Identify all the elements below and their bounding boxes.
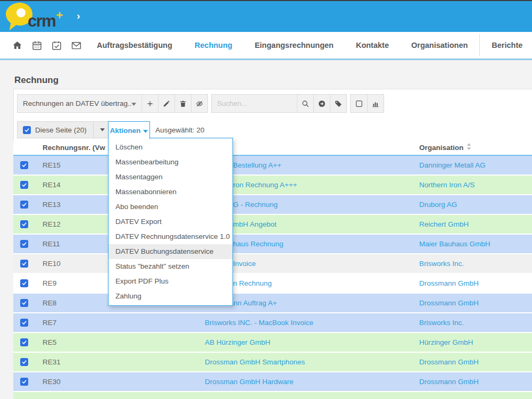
calendar-check-icon[interactable] — [51, 40, 62, 51]
sidebar-expand-chevron-icon[interactable]: › — [77, 10, 80, 22]
menu-item[interactable]: Massenabonnieren — [109, 185, 232, 200]
toggle-visibility-button[interactable] — [191, 95, 207, 112]
invoice-subject-link[interactable]: mbH Angebot — [233, 215, 277, 234]
table-row[interactable]: RE12 mbH Angebot Reichert GmbH — [13, 215, 532, 235]
row-checkbox[interactable] — [20, 279, 28, 287]
calendar-icon[interactable] — [31, 40, 43, 51]
search-field-wrap — [212, 95, 297, 112]
organisation-link[interactable]: Drossmann GmbH — [419, 294, 479, 312]
menu-item[interactable]: Löschen — [109, 140, 232, 155]
row-checkbox[interactable] — [20, 181, 28, 189]
organisation-link[interactable]: Druborg AG — [419, 195, 457, 214]
select-all-button[interactable]: Diese Seite (20) — [18, 122, 93, 138]
statistics-button[interactable] — [367, 95, 384, 112]
search-group — [211, 94, 347, 113]
home-icon[interactable] — [12, 40, 23, 51]
mail-icon[interactable] — [71, 40, 82, 51]
brand-header: crm + › — [0, 1, 532, 32]
invoice-number: RE8 — [43, 294, 56, 312]
organisation-link[interactable]: Maier Bauhaus GmbH — [419, 235, 491, 253]
delete-button[interactable] — [174, 95, 191, 112]
nav-item-0[interactable]: Auftragsbestätigung — [97, 41, 172, 49]
table-row[interactable]: RE10 Invoice Brisworks Inc. — [13, 254, 532, 274]
row-checkbox[interactable] — [20, 260, 28, 268]
table-row[interactable]: RE5 AB Hürzinger GmbH Hürzinger GmbH — [13, 333, 532, 353]
table-row[interactable]: RE31 Drossman GmbH Smartphones Drossmann… — [13, 353, 532, 372]
row-checkbox[interactable] — [20, 240, 28, 248]
menu-item[interactable]: Export PDF Plus — [109, 274, 232, 289]
add-button[interactable] — [142, 95, 158, 112]
menu-item[interactable]: DATEV Export — [109, 214, 232, 229]
row-checkbox[interactable] — [20, 378, 28, 386]
table-row[interactable]: RE8 Drossmann Auftrag A+ Drossmann GmbH — [13, 294, 532, 313]
organisation-link[interactable]: Drossmann GmbH — [419, 353, 479, 371]
invoice-subject-link[interactable]: AB Hürzinger GmbH — [205, 333, 270, 352]
nav-item-4[interactable]: Organisationen — [411, 41, 468, 49]
select-all-checkbox[interactable] — [23, 126, 31, 134]
row-checkbox[interactable] — [20, 319, 28, 327]
app-logo[interactable]: crm + — [5, 2, 63, 31]
row-checkbox[interactable] — [20, 299, 28, 307]
nav-item-2[interactable]: Eingangsrechnungen — [255, 41, 334, 49]
list-toolbar: Rechnungen an DATEV übertrag... — [17, 94, 387, 113]
table-row[interactable]: RE14 ron Rechnung A+++ Northern Iron A/S — [13, 176, 532, 195]
invoice-subject-link[interactable]: haus Rechnung — [233, 235, 284, 253]
search-input[interactable] — [212, 95, 297, 112]
checkbox-view-button[interactable] — [351, 95, 367, 112]
table-row[interactable]: RE9 n Rechnung Drossmann GmbH — [13, 274, 532, 294]
menu-item[interactable]: Status "bezahlt" setzen — [109, 259, 232, 274]
nav-item-1[interactable]: Rechnung — [195, 41, 232, 49]
invoice-subject-link[interactable]: Invoice — [233, 254, 256, 273]
page-title: Rechnung — [14, 75, 59, 86]
menu-item[interactable]: DATEV Buchungsdatenservice — [109, 244, 232, 259]
table-row[interactable]: RE30 Drossman GmbH Hardware Drossmann Gm… — [13, 372, 532, 392]
tag-button[interactable] — [330, 95, 346, 112]
invoice-number: RE31 — [43, 353, 61, 371]
table-row[interactable]: RE15 Bestellung A++ Danninger Metall AG — [13, 156, 532, 176]
search-button[interactable] — [297, 95, 313, 112]
organisation-link[interactable]: Brisworks Inc. — [419, 254, 464, 273]
nav-item-5[interactable]: Berichte — [492, 41, 522, 49]
organisation-link[interactable]: Drossmann GmbH — [419, 274, 479, 293]
row-checkbox[interactable] — [20, 201, 28, 209]
actions-button[interactable]: Aktionen — [108, 121, 150, 139]
organisation-link[interactable]: Northern Iron A/S — [419, 176, 475, 194]
menu-item[interactable]: DATEV Rechnungsdatenservice 1.0 — [109, 229, 232, 244]
table-row[interactable]: RE7 Brisworks INC. - MacBook Invoice Bri… — [13, 313, 532, 333]
column-header-invoice-number[interactable]: Rechnungsnr. (Vw — [43, 141, 105, 155]
invoice-subject-link[interactable]: Bestellung A++ — [233, 156, 281, 174]
menu-item[interactable]: Abo beenden — [109, 200, 232, 214]
invoice-subject-link[interactable]: Brisworks INC. - MacBook Invoice — [205, 313, 313, 332]
logo-text: crm — [28, 13, 55, 29]
invoice-subject-link[interactable]: G - Rechnung — [233, 195, 278, 214]
invoice-subject-link[interactable]: Drossman GmbH Smartphones — [205, 353, 305, 371]
edit-button[interactable] — [158, 95, 174, 112]
saved-filter-select[interactable]: Rechnungen an DATEV übertrag... — [18, 95, 142, 112]
invoice-number: RE12 — [43, 215, 61, 234]
row-checkbox[interactable] — [20, 220, 28, 228]
organisation-link[interactable]: Reichert GmbH — [419, 215, 469, 234]
nav-item-3[interactable]: Kontakte — [356, 41, 389, 49]
actions-menu: LöschenMassenbearbeitungMassentaggenMass… — [108, 138, 233, 306]
organisation-link[interactable]: Brisworks Inc. — [419, 313, 464, 332]
menu-item[interactable]: Massentaggen — [109, 170, 232, 185]
row-checkbox[interactable] — [20, 338, 28, 346]
table-row-partial[interactable] — [13, 392, 532, 399]
table-row[interactable]: RE13 G - Rechnung Druborg AG — [13, 195, 532, 215]
organisation-link[interactable]: Danninger Metall AG — [419, 156, 486, 174]
organisation-link[interactable]: Hürzinger GmbH — [419, 333, 473, 352]
table-body: RE15 Bestellung A++ Danninger Metall AG … — [13, 156, 532, 399]
column-header-organisation[interactable]: Organisation — [419, 141, 471, 155]
invoice-subject-link[interactable]: ron Rechnung A+++ — [233, 176, 297, 194]
invoice-subject-link[interactable]: Drossman GmbH Hardware — [205, 372, 294, 391]
sort-icon[interactable] — [467, 141, 471, 155]
row-checkbox[interactable] — [20, 161, 28, 169]
table-row[interactable]: RE11 haus Rechnung Maier Bauhaus GmbH — [13, 235, 532, 254]
menu-item[interactable]: Massenbearbeitung — [109, 155, 232, 170]
logo-plus: + — [56, 10, 63, 21]
go-button[interactable] — [313, 95, 330, 112]
organisation-link[interactable]: Drossmann GmbH — [419, 372, 479, 391]
menu-item[interactable]: Zahlung — [109, 289, 232, 304]
row-checkbox[interactable] — [20, 358, 28, 366]
invoice-subject-link[interactable]: n Rechnung — [233, 274, 272, 293]
